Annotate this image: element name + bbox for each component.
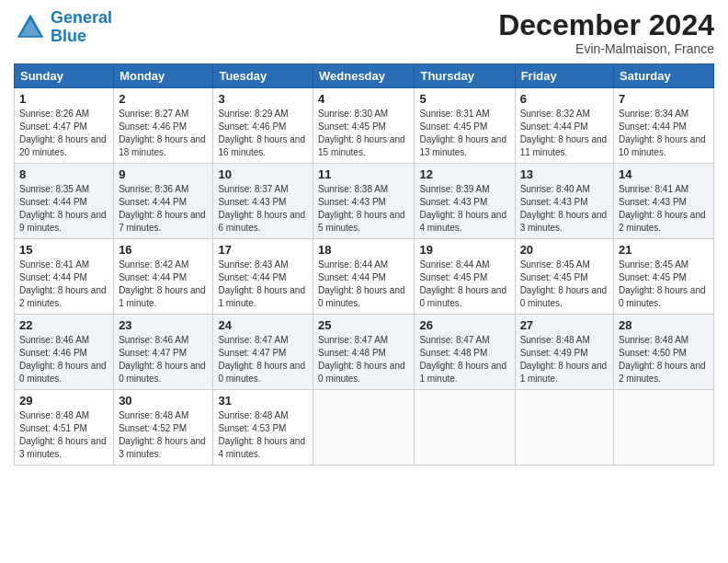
day-15: 15 Sunrise: 8:41 AMSunset: 4:44 PMDaylig… [15, 239, 114, 315]
day-19: 19 Sunrise: 8:44 AMSunset: 4:45 PMDaylig… [415, 239, 515, 315]
day-25: 25 Sunrise: 8:47 AMSunset: 4:48 PMDaylig… [313, 315, 415, 390]
logo-icon [14, 11, 47, 44]
day-17: 17 Sunrise: 8:43 AMSunset: 4:44 PMDaylig… [213, 239, 313, 315]
day-10: 10 Sunrise: 8:37 AMSunset: 4:43 PMDaylig… [213, 164, 313, 239]
day-27: 27 Sunrise: 8:48 AMSunset: 4:49 PMDaylig… [515, 315, 613, 390]
day-28: 28 Sunrise: 8:48 AMSunset: 4:50 PMDaylig… [614, 315, 714, 390]
day-18: 18 Sunrise: 8:44 AMSunset: 4:44 PMDaylig… [313, 239, 415, 315]
day-31: 31 Sunrise: 8:48 AMSunset: 4:53 PMDaylig… [213, 390, 313, 465]
empty-4 [614, 390, 714, 465]
col-sunday: Sunday [15, 64, 114, 88]
col-friday: Friday [515, 64, 613, 88]
week-3: 15 Sunrise: 8:41 AMSunset: 4:44 PMDaylig… [15, 239, 714, 315]
day-29: 29 Sunrise: 8:48 AMSunset: 4:51 PMDaylig… [15, 390, 114, 465]
day-9: 9 Sunrise: 8:36 AMSunset: 4:44 PMDayligh… [114, 164, 213, 239]
day-12: 12 Sunrise: 8:39 AMSunset: 4:43 PMDaylig… [415, 164, 515, 239]
day-2: 2 Sunrise: 8:27 AMSunset: 4:46 PMDayligh… [114, 88, 213, 164]
day-30: 30 Sunrise: 8:48 AMSunset: 4:52 PMDaylig… [114, 390, 213, 465]
col-monday: Monday [114, 64, 213, 88]
day-1: 1 Sunrise: 8:26 AMSunset: 4:47 PMDayligh… [15, 88, 114, 164]
day-11: 11 Sunrise: 8:38 AMSunset: 4:43 PMDaylig… [313, 164, 415, 239]
day-21: 21 Sunrise: 8:45 AMSunset: 4:45 PMDaylig… [614, 239, 714, 315]
col-saturday: Saturday [614, 64, 714, 88]
day-3: 3 Sunrise: 8:29 AMSunset: 4:46 PMDayligh… [213, 88, 313, 164]
col-thursday: Thursday [415, 64, 515, 88]
day-24: 24 Sunrise: 8:47 AMSunset: 4:47 PMDaylig… [213, 315, 313, 390]
day-7: 7 Sunrise: 8:34 AMSunset: 4:44 PMDayligh… [614, 88, 714, 164]
day-4: 4 Sunrise: 8:30 AMSunset: 4:45 PMDayligh… [313, 88, 415, 164]
header: General Blue December 2024 Evin-Malmaiso… [14, 9, 714, 56]
day-16: 16 Sunrise: 8:42 AMSunset: 4:44 PMDaylig… [114, 239, 213, 315]
empty-2 [415, 390, 515, 465]
month-title: December 2024 [498, 9, 714, 41]
col-tuesday: Tuesday [213, 64, 313, 88]
day-6: 6 Sunrise: 8:32 AMSunset: 4:44 PMDayligh… [515, 88, 613, 164]
day-22: 22 Sunrise: 8:46 AMSunset: 4:46 PMDaylig… [15, 315, 114, 390]
empty-1 [313, 390, 415, 465]
day-20: 20 Sunrise: 8:45 AMSunset: 4:45 PMDaylig… [515, 239, 613, 315]
day-13: 13 Sunrise: 8:40 AMSunset: 4:43 PMDaylig… [515, 164, 613, 239]
week-5: 29 Sunrise: 8:48 AMSunset: 4:51 PMDaylig… [15, 390, 714, 465]
logo-text: General Blue [51, 9, 112, 46]
week-2: 8 Sunrise: 8:35 AMSunset: 4:44 PMDayligh… [15, 164, 714, 239]
calendar-table: Sunday Monday Tuesday Wednesday Thursday… [14, 63, 714, 465]
calendar-header-row: Sunday Monday Tuesday Wednesday Thursday… [15, 64, 714, 88]
location: Evin-Malmaison, France [498, 41, 714, 56]
logo: General Blue [14, 9, 112, 46]
day-5: 5 Sunrise: 8:31 AMSunset: 4:45 PMDayligh… [415, 88, 515, 164]
week-1: 1 Sunrise: 8:26 AMSunset: 4:47 PMDayligh… [15, 88, 714, 164]
day-26: 26 Sunrise: 8:47 AMSunset: 4:48 PMDaylig… [415, 315, 515, 390]
col-wednesday: Wednesday [313, 64, 415, 88]
page: General Blue December 2024 Evin-Malmaiso… [0, 0, 728, 563]
empty-3 [515, 390, 613, 465]
day-8: 8 Sunrise: 8:35 AMSunset: 4:44 PMDayligh… [15, 164, 114, 239]
day-23: 23 Sunrise: 8:46 AMSunset: 4:47 PMDaylig… [114, 315, 213, 390]
title-block: December 2024 Evin-Malmaison, France [498, 9, 714, 56]
day-14: 14 Sunrise: 8:41 AMSunset: 4:43 PMDaylig… [614, 164, 714, 239]
week-4: 22 Sunrise: 8:46 AMSunset: 4:46 PMDaylig… [15, 315, 714, 390]
